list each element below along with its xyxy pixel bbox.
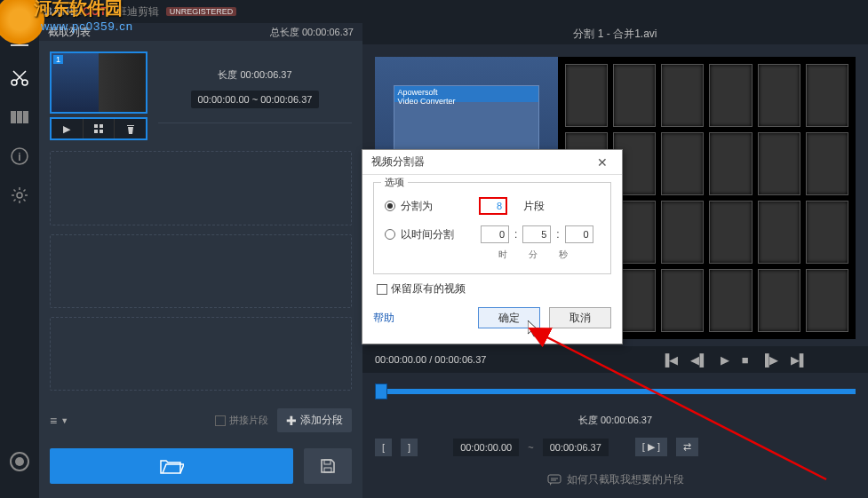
seconds-input[interactable]: 0 bbox=[565, 225, 593, 243]
total-length-label: 总长度 bbox=[270, 27, 299, 37]
svg-rect-8 bbox=[94, 124, 98, 128]
split-by-parts-label: 分割为 bbox=[401, 199, 433, 214]
svg-rect-3 bbox=[17, 111, 22, 123]
clip-grid-button[interactable] bbox=[83, 119, 115, 138]
join-segments-checkbox[interactable]: 拼接片段 bbox=[215, 414, 268, 427]
player-time: 00:00:00.00 / 00:00:06.37 bbox=[375, 354, 649, 365]
cut-icon[interactable] bbox=[9, 67, 30, 89]
tip-text: 如何只截取我想要的片段 bbox=[567, 472, 684, 487]
clip-item[interactable]: 1 ▶ 长度 00:00:06.37 00:00:00.00 ~ 00:00:0… bbox=[39, 41, 362, 151]
title-bar: BANDICUT 班迪剪辑 UNREGISTERED bbox=[0, 0, 868, 23]
record-icon[interactable] bbox=[10, 452, 29, 471]
options-legend: 选项 bbox=[381, 176, 408, 189]
minutes-input[interactable]: 5 bbox=[522, 225, 551, 243]
seek-start-button[interactable]: ▐◀ bbox=[661, 353, 678, 367]
brand-subtitle: 班迪剪辑 bbox=[116, 4, 159, 20]
play-range-button[interactable]: [ ▶ ] bbox=[635, 438, 667, 456]
segment-length: 长度 00:00:06.37 bbox=[471, 414, 760, 427]
parts-count-input[interactable]: 8 bbox=[479, 197, 507, 215]
clip-list-panel: 截取列表 总长度 00:00:06.37 1 ▶ bbox=[39, 23, 362, 498]
keep-original-checkbox[interactable]: 保留原有的视频 bbox=[377, 281, 608, 296]
open-file-button[interactable] bbox=[50, 448, 293, 484]
clip-list-header: 截取列表 总长度 00:00:06.37 bbox=[39, 23, 362, 41]
dialog-title: 视频分割器 bbox=[371, 154, 592, 170]
options-fieldset: 选项 分割为 8 片段 以时间分割 0 : 5 : 0 时 分 秒 bbox=[373, 182, 611, 274]
svg-rect-9 bbox=[100, 124, 103, 128]
hours-input[interactable]: 0 bbox=[481, 225, 509, 243]
chat-icon bbox=[547, 474, 561, 486]
mark-in-button[interactable]: [ bbox=[375, 439, 392, 456]
split-by-parts-radio[interactable] bbox=[385, 201, 395, 211]
add-segment-button[interactable]: ✚添加分段 bbox=[277, 408, 352, 432]
play-button[interactable]: ▶ bbox=[721, 353, 729, 367]
step-back-button[interactable]: ◀▌ bbox=[690, 353, 707, 367]
seconds-label: 秒 bbox=[559, 249, 568, 261]
preview-app-title: ApowersoftVideo Converter bbox=[394, 86, 538, 102]
tip-row[interactable]: 如何只截取我想要的片段 bbox=[362, 462, 868, 498]
floppy-disk-icon bbox=[320, 458, 336, 474]
minutes-label: 分 bbox=[529, 249, 538, 261]
timeline[interactable] bbox=[375, 380, 856, 405]
video-splitter-dialog: 视频分割器 ✕ 选项 分割为 8 片段 以时间分割 0 : 5 : 0 时 分 … bbox=[362, 149, 623, 344]
split-by-time-label: 以时间分割 bbox=[401, 227, 454, 242]
stop-button[interactable]: ■ bbox=[742, 353, 749, 367]
split-by-time-radio[interactable] bbox=[385, 229, 395, 240]
menu-icon[interactable] bbox=[9, 28, 30, 50]
clip-range[interactable]: 00:00:00.00 ~ 00:00:06.37 bbox=[191, 91, 320, 108]
hours-label: 时 bbox=[498, 249, 507, 261]
plus-icon: ✚ bbox=[286, 414, 297, 428]
svg-text:i: i bbox=[18, 151, 20, 163]
mark-out-button[interactable]: ] bbox=[401, 439, 418, 456]
unregistered-badge: UNREGISTERED bbox=[166, 7, 237, 16]
timeline-handle[interactable] bbox=[375, 383, 387, 399]
step-fwd-button[interactable]: ▐▶ bbox=[761, 353, 778, 367]
mouse-cursor-icon bbox=[528, 320, 542, 338]
cancel-button[interactable]: 取消 bbox=[549, 307, 611, 328]
join-icon[interactable] bbox=[9, 107, 30, 128]
clip-thumbnail[interactable]: 1 bbox=[50, 51, 147, 114]
save-button[interactable] bbox=[304, 448, 352, 484]
svg-rect-11 bbox=[100, 130, 103, 133]
clip-length: 长度 00:00:06.37 bbox=[218, 68, 291, 82]
clip-delete-button[interactable] bbox=[114, 119, 146, 138]
gear-icon[interactable] bbox=[9, 185, 30, 206]
clip-number-badge: 1 bbox=[53, 55, 63, 64]
swap-button[interactable]: ⇄ bbox=[676, 438, 698, 456]
clip-list-title: 截取列表 bbox=[48, 25, 270, 40]
brand-cut: CUT bbox=[83, 5, 108, 18]
seek-end-button[interactable]: ▶▌ bbox=[791, 353, 808, 367]
parts-unit-label: 片段 bbox=[523, 199, 545, 214]
empty-clip-slot[interactable] bbox=[50, 234, 352, 308]
svg-rect-2 bbox=[11, 111, 16, 123]
empty-clip-slot[interactable] bbox=[50, 317, 352, 391]
range-end-time[interactable]: 00:00:06.37 bbox=[543, 439, 609, 456]
svg-rect-4 bbox=[23, 111, 28, 123]
total-length: 总长度 00:00:06.37 bbox=[270, 26, 354, 39]
folder-open-icon bbox=[159, 457, 184, 475]
help-link[interactable]: 帮助 bbox=[373, 311, 394, 326]
info-icon[interactable]: i bbox=[9, 146, 30, 167]
range-start-time[interactable]: 00:00:00.00 bbox=[453, 439, 519, 456]
list-menu-button[interactable]: ≡ ▼ bbox=[50, 414, 68, 428]
keep-original-label: 保留原有的视频 bbox=[391, 281, 466, 296]
svg-rect-10 bbox=[94, 130, 98, 133]
svg-point-7 bbox=[17, 193, 22, 198]
total-length-value: 00:00:06.37 bbox=[302, 27, 354, 37]
preview-title: 分割 1 - 合并1.avi bbox=[362, 23, 868, 44]
brand-logo: BANDICUT bbox=[44, 5, 108, 18]
sidebar: i bbox=[0, 23, 39, 498]
clip-play-button[interactable]: ▶ bbox=[52, 119, 83, 138]
brand-bandi: BANDI bbox=[44, 5, 83, 18]
player-controls: 00:00:00.00 / 00:00:06.37 ▐◀ ◀▌ ▶ ■ ▐▶ ▶… bbox=[362, 346, 868, 373]
empty-clip-slot[interactable] bbox=[50, 151, 352, 225]
dialog-close-button[interactable]: ✕ bbox=[592, 155, 613, 170]
